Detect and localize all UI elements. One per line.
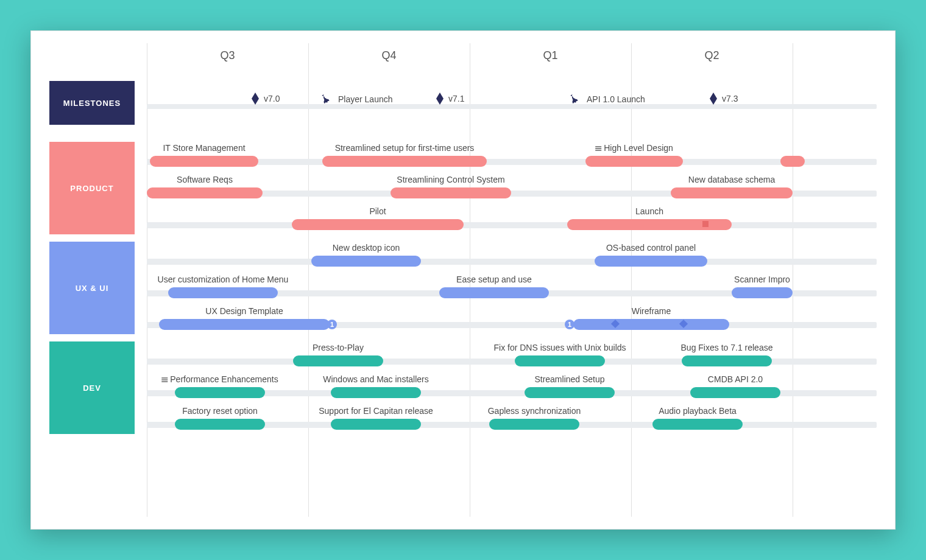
task-bar[interactable] [439, 287, 549, 298]
product-row-1: IT Store ManagementStreamlined setup for… [147, 144, 877, 170]
rocket-icon [317, 90, 336, 108]
task-label: Factory reset option [182, 406, 258, 416]
comment-badge[interactable]: 1 [327, 320, 337, 329]
task-bar[interactable] [159, 319, 330, 330]
task-bar[interactable] [585, 156, 683, 167]
task-bar[interactable] [331, 387, 421, 398]
dev-row-3: Factory reset optionSupport for El Capit… [147, 407, 877, 433]
checkpoint-diamond-icon [611, 320, 620, 328]
task-bar[interactable] [690, 387, 780, 398]
comment-badge[interactable]: 1 [565, 320, 574, 329]
task-bar[interactable] [573, 319, 729, 330]
task-bar[interactable] [311, 256, 421, 267]
task-bar[interactable] [780, 156, 805, 167]
task-label: Wireframe [632, 306, 671, 316]
product-row-2: Software ReqsStreamlining Control System… [147, 176, 877, 201]
roadmap-frame: Q3 Q4 Q1 Q2 MILESTONES PRODUCT UX & UI D… [30, 30, 896, 530]
task-label: Launch [635, 206, 663, 216]
task-bar[interactable] [292, 219, 464, 230]
roadmap-chart: Q3 Q4 Q1 Q2 MILESTONES PRODUCT UX & UI D… [49, 43, 877, 517]
quarter-label: Q2 [631, 49, 793, 62]
task-label: Streamlined setup for first-time users [335, 143, 475, 153]
quarter-label: Q1 [470, 49, 631, 62]
task-bar[interactable] [168, 287, 278, 298]
task-label: High Level Design [595, 143, 673, 153]
milestone-v7-1[interactable]: v7.1 [436, 93, 464, 105]
uxui-row-1: New desktop iconOS-based control panel [147, 244, 877, 270]
milestone-label: v7.3 [722, 94, 738, 103]
milestone-label: API 1.0 Launch [587, 94, 645, 104]
lanes-container: v7.0Player Launchv7.1API 1.0 Launchv7.3 … [147, 74, 877, 517]
task-bar[interactable] [293, 355, 383, 366]
task-label: Performance Enhancements [161, 374, 278, 384]
task-label: Pilot [369, 206, 386, 216]
rocket-icon [566, 90, 584, 108]
task-bar[interactable] [732, 287, 793, 298]
task-label: New desktop icon [333, 243, 400, 253]
diamond-icon [710, 93, 717, 105]
list-icon [595, 145, 601, 152]
lane-dev[interactable]: DEV [49, 341, 135, 434]
task-bar[interactable] [147, 187, 263, 198]
milestones-row: v7.0Player Launchv7.1API 1.0 Launchv7.3 [147, 91, 877, 116]
task-label: New database schema [688, 175, 775, 184]
task-label: Bug Fixes to 7.1 release [681, 343, 773, 352]
lane-product[interactable]: PRODUCT [49, 142, 135, 234]
task-label: Audio playback Beta [659, 406, 737, 416]
task-label: Support for El Capitan release [319, 406, 433, 416]
quarter-label: Q3 [147, 49, 308, 62]
diamond-icon [252, 93, 259, 105]
product-row-3: PilotLaunch [147, 208, 877, 233]
task-label: Streamlining Control System [397, 175, 504, 184]
dev-row-1: Press-to-PlayFix for DNS issues with Uni… [147, 344, 877, 369]
uxui-row-3: UX Design Template1Wireframe1 [147, 307, 877, 333]
task-bar[interactable] [175, 419, 265, 430]
task-bar[interactable] [671, 187, 793, 198]
milestone-label: v7.0 [264, 94, 280, 103]
task-bar[interactable] [652, 419, 743, 430]
dev-row-2: Performance EnhancementsWindows and Mac … [147, 376, 877, 401]
task-bar[interactable] [682, 355, 772, 366]
milestone-player-launch[interactable]: Player Launch [320, 93, 393, 106]
task-bar[interactable] [489, 419, 579, 430]
task-bar[interactable] [150, 156, 258, 167]
task-label: Ease setup and use [456, 275, 532, 284]
task-label: Streamlined Setup [534, 374, 604, 384]
milestone-v7-3[interactable]: v7.3 [710, 93, 738, 105]
task-label: OS-based control panel [606, 243, 696, 253]
row-track [147, 104, 877, 109]
list-icon [161, 377, 168, 383]
task-label: UX Design Template [205, 306, 283, 316]
lane-uxui[interactable]: UX & UI [49, 242, 135, 334]
timeline-header: Q3 Q4 Q1 Q2 [147, 43, 877, 74]
task-bar[interactable] [175, 387, 265, 398]
diamond-icon [436, 93, 444, 105]
milestone-v7-0[interactable]: v7.0 [252, 93, 280, 105]
task-bar[interactable] [331, 419, 421, 430]
task-label: Press-to-Play [313, 343, 364, 352]
task-label: Scanner Impro [734, 275, 790, 284]
task-label: Software Reqs [177, 175, 233, 184]
task-label: Windows and Mac installers [323, 374, 429, 384]
checkpoint-diamond-icon [679, 320, 688, 328]
task-bar[interactable] [391, 187, 511, 198]
task-label: Gapless synchronization [488, 406, 581, 416]
milestone-api-1-0-launch[interactable]: API 1.0 Launch [568, 93, 645, 106]
milestone-label: v7.1 [448, 94, 464, 103]
quarter-label: Q4 [308, 49, 470, 62]
milestone-label: Player Launch [338, 94, 393, 104]
task-bar[interactable] [525, 387, 615, 398]
task-bar[interactable] [515, 355, 605, 366]
task-label: User customization of Home Menu [158, 275, 289, 284]
uxui-row-2: User customization of Home MenuEase setu… [147, 276, 877, 301]
square-marker-icon [702, 221, 709, 227]
task-label: Fix for DNS issues with Unix builds [493, 343, 626, 352]
lane-milestones[interactable]: MILESTONES [49, 81, 135, 125]
task-bar[interactable] [322, 156, 487, 167]
task-label: IT Store Management [163, 143, 245, 153]
task-label: CMDB API 2.0 [708, 374, 763, 384]
task-bar[interactable] [595, 256, 707, 267]
